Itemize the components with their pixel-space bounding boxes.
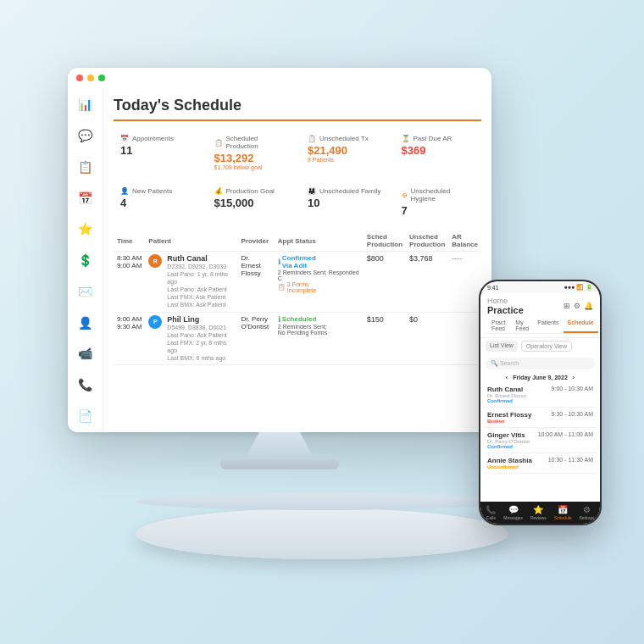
- sched-prod-cell-ruth: $800: [364, 252, 406, 313]
- unsched-hyg-value: 7: [402, 204, 475, 217]
- next-date-btn[interactable]: ›: [573, 375, 575, 380]
- sched-prod-cell-phil: $150: [364, 312, 406, 364]
- past-due-value: $369: [402, 144, 475, 157]
- nav-messages[interactable]: 💬 Messages: [503, 505, 523, 520]
- monitor-stand: [246, 432, 314, 458]
- phone-date-nav: ‹ Friday June 9, 2022 ›: [480, 373, 600, 382]
- list-view-btn[interactable]: List View: [486, 341, 518, 352]
- ar-cell-ruth: ----: [448, 252, 481, 313]
- avatar: R: [148, 254, 162, 268]
- sidebar-icon-patients[interactable]: 👤: [75, 313, 96, 332]
- monitor: 📊 💬 📋 📅 ⭐ 💲 ✉️ 👤 📹 📞 📄 Today': [59, 68, 500, 508]
- sidebar-icon-forms[interactable]: 📋: [75, 157, 96, 176]
- unsched-hyg-icon: ⊖: [402, 192, 408, 199]
- unsched-prod-cell-phil: $0: [406, 312, 448, 364]
- light-yellow[interactable]: [87, 75, 94, 81]
- ar-cell-phil: [448, 312, 481, 364]
- phone-appt-annie[interactable]: 10:30 - 11:30 AM Annie Stashia Unconfirm…: [484, 453, 597, 474]
- stat-new-patients: 👤 New Patients 4: [114, 182, 201, 222]
- phone-status-bar: 9:41 ●●● 📶 🔋: [480, 281, 600, 293]
- col-provider: Provider: [238, 230, 275, 252]
- phone-tabs: Pract. Feed My Feed Patients Schedule: [487, 318, 593, 334]
- page-title: Today's Schedule: [114, 97, 242, 114]
- phone-signal: ●●● 📶 🔋: [564, 284, 593, 291]
- time-cell: 8:30 AM 9:00 AM: [114, 252, 145, 313]
- nav-calls[interactable]: 📞 Calls: [486, 505, 496, 520]
- patient-cell-phil: P Phil Ling D5499, D3838, D0021Last Pano…: [145, 312, 237, 364]
- nav-settings[interactable]: ⚙ Settings: [579, 505, 594, 520]
- tab-pract-feed[interactable]: Pract. Feed: [487, 318, 511, 333]
- sidebar-icon-telehealth[interactable]: 📹: [75, 344, 96, 364]
- page-title-section: Today's Schedule: [114, 97, 481, 121]
- unsched-fam-icon: 👨‍👩‍👧: [308, 187, 316, 195]
- phone-appt-ernest[interactable]: 9:30 - 10:30 AM Ernest Flossy Broken: [484, 408, 597, 428]
- col-unsched-prod: UnschedProduction: [406, 230, 448, 252]
- appt-status: Unconfirmed: [487, 464, 593, 469]
- settings-icon[interactable]: ⚙: [574, 302, 580, 310]
- phone-screen: 9:41 ●●● 📶 🔋 Home Practice ⊞ ⚙ 🔔: [480, 281, 600, 524]
- phone-time: 9:41: [487, 285, 499, 291]
- stat-scheduled-production: 📋 Scheduled Production $13,292 $1,708 be…: [208, 130, 295, 175]
- unsched-tx-value: $21,490: [308, 144, 381, 157]
- appointments-value: 11: [120, 144, 194, 157]
- stat-past-due-ar: ⏳ Past Due AR $369: [395, 130, 482, 175]
- appt-time: 9:00 - 10:30 AM: [552, 386, 593, 391]
- forms-icon: 📋: [278, 284, 286, 291]
- schedule-table: Time Patient Provider Appt Status SchedP…: [114, 230, 481, 365]
- appointments-icon: 📅: [120, 135, 129, 142]
- phone-header: Home Practice ⊞ ⚙ 🔔 Pract. Feed My Feed …: [480, 293, 600, 338]
- phone-mockup: 9:41 ●●● 📶 🔋 Home Practice ⊞ ⚙ 🔔: [479, 280, 602, 525]
- prod-goal-value: $15,000: [214, 197, 288, 209]
- sidebar-icon-schedule[interactable]: 📅: [75, 188, 96, 208]
- provider-cell-ruth: Dr. ErnestFlossy: [238, 252, 275, 313]
- phone-bottom-nav: 📞 Calls 💬 Messages ⭐ Reviews 📅 Schedule …: [480, 502, 600, 524]
- main-content: Today's Schedule 📅 Appointments 11: [103, 88, 491, 432]
- scene: 📊 💬 📋 📅 ⭐ 💲 ✉️ 👤 📹 📞 📄 Today': [34, 34, 610, 610]
- monitor-base: [220, 459, 339, 469]
- phone-appt-ginger[interactable]: 10:00 AM - 11:00 AM Ginger Vitis Dr. Per…: [484, 428, 597, 453]
- status-cell-phil: ℹ Scheduled 2 Reminders Sent; No Pending…: [275, 312, 364, 364]
- col-sched-prod: SchedProduction: [364, 230, 406, 252]
- patient-name: Phil Ling: [167, 315, 234, 324]
- new-patients-icon: 👤: [120, 187, 129, 195]
- time-cell-phil: 9:00 AM 9:30 AM: [114, 312, 145, 364]
- sidebar: 📊 💬 📋 📅 ⭐ 💲 ✉️ 👤 📹 📞 📄: [68, 88, 103, 432]
- nav-schedule[interactable]: 📅 Schedule: [554, 505, 572, 520]
- stat-appointments: 📅 Appointments 11: [114, 130, 201, 175]
- patient-name: Ruth Canal: [167, 254, 234, 263]
- tab-schedule[interactable]: Schedule: [564, 318, 598, 333]
- col-patient: Patient: [145, 230, 237, 252]
- operatory-view-btn[interactable]: Operatory View: [521, 341, 572, 352]
- sidebar-icon-calls[interactable]: 📞: [75, 375, 96, 395]
- status-cell-ruth: ℹ ConfirmedVia Adit 2 Reminders Sent; Re…: [275, 252, 364, 313]
- sidebar-icon-email[interactable]: ✉️: [75, 281, 96, 301]
- sidebar-icon-reports[interactable]: 📄: [75, 406, 96, 425]
- past-due-icon: ⏳: [402, 135, 410, 142]
- phone-header-icons: ⊞ ⚙ 🔔: [564, 302, 593, 310]
- phone-search[interactable]: 🔍 Search: [486, 358, 595, 369]
- appt-time: 10:00 AM - 11:00 AM: [538, 431, 593, 437]
- tab-patients[interactable]: Patients: [533, 318, 563, 333]
- current-date: Friday June 9, 2022: [513, 375, 568, 380]
- prev-date-btn[interactable]: ‹: [506, 375, 508, 380]
- grid-icon[interactable]: ⊞: [564, 302, 570, 310]
- light-red[interactable]: [76, 75, 83, 81]
- sidebar-icon-messages[interactable]: 💬: [75, 126, 96, 146]
- nav-reviews[interactable]: ⭐ Reviews: [530, 505, 547, 520]
- status-badge: Scheduled: [282, 315, 316, 323]
- phone-appt-ruth[interactable]: 9:00 - 10:30 AM Ruth Canal Dr. Ernest Fl…: [484, 382, 597, 408]
- appt-time: 9:30 - 10:30 AM: [552, 411, 593, 417]
- bell-icon[interactable]: 🔔: [584, 302, 593, 310]
- sidebar-icon-analytics[interactable]: 📊: [75, 95, 96, 114]
- unsched-tx-icon: 📋: [308, 135, 316, 142]
- sidebar-icon-favorites[interactable]: ⭐: [75, 219, 96, 239]
- appt-time: 10:30 - 11:30 AM: [548, 457, 593, 463]
- tab-my-feed[interactable]: My Feed: [511, 318, 533, 333]
- appt-status: Confirmed: [487, 444, 593, 449]
- sched-prod-icon: 📋: [214, 139, 223, 147]
- col-ar-balance: ARBalance: [448, 230, 481, 252]
- sidebar-icon-billing[interactable]: 💲: [75, 251, 96, 270]
- unsched-prod-cell-ruth: $3,768: [406, 252, 448, 313]
- table-row: 9:00 AM 9:30 AM P Phil Ling D5499, D3838…: [114, 312, 481, 364]
- light-green[interactable]: [98, 75, 105, 81]
